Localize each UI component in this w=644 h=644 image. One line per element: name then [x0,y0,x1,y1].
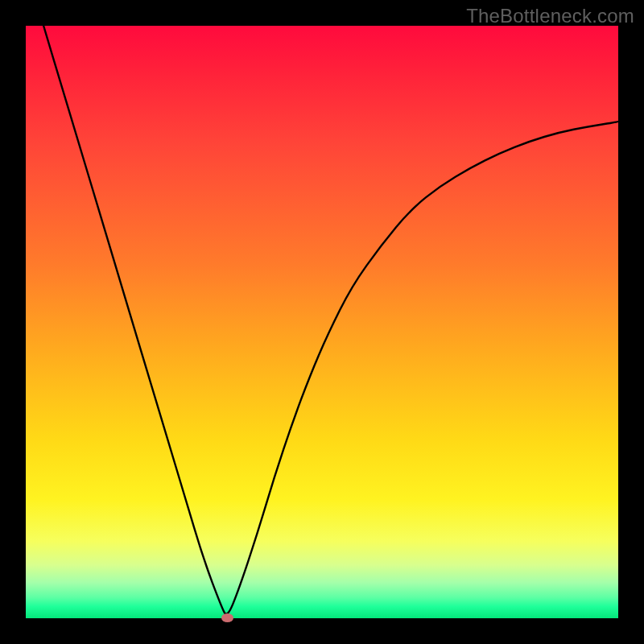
curve-path [43,26,618,614]
plot-area [26,26,618,618]
bottleneck-curve [26,26,618,618]
chart-frame: TheBottleneck.com [0,0,644,644]
watermark-text: TheBottleneck.com [466,5,634,27]
minimum-marker [221,613,233,622]
